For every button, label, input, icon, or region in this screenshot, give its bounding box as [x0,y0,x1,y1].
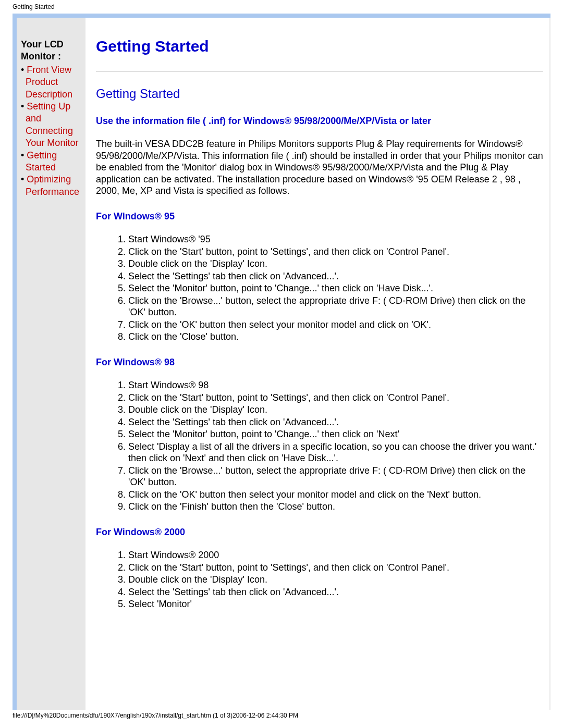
steps-win95: Start Windows® '95 Click on the 'Start' … [96,233,543,343]
step-item: Click on the 'OK' button then select you… [128,319,543,331]
intro-paragraph: The built-in VESA DDC2B feature in Phili… [96,138,543,197]
sub-heading: Use the information file ( .inf) for Win… [96,115,543,127]
step-item: Select 'Monitor' [128,598,543,610]
sidebar-link[interactable]: Optimizing Performance [26,174,79,196]
footer-path: file:///D|/My%20Documents/dfu/190X7/engl… [0,712,563,723]
sidebar-item-getting-started[interactable]: Getting Started [26,150,83,174]
step-item: Click on the 'Close' button. [128,331,543,343]
step-item: Select the 'Settings' tab then click on … [128,270,543,282]
step-item: Start Windows® '95 [128,233,543,245]
step-item: Select the 'Settings' tab then click on … [128,586,543,598]
step-item: Click on the 'Browse...' button, select … [128,465,543,488]
step-item: Click on the 'Start' button, point to 'S… [128,392,543,404]
sidebar-link[interactable]: Setting Up and Connecting Your Monitor [26,101,78,148]
step-item: Select 'Display a list of all the driver… [128,441,543,464]
outer-frame: Your LCD Monitor : Front View Product De… [13,14,550,710]
header-title: Getting Started [0,0,563,14]
os-heading-win98: For Windows® 98 [96,356,543,368]
page-title: Getting Started [96,36,543,56]
step-item: Select the 'Monitor' button, point to 'C… [128,428,543,440]
step-item: Click on the 'OK' button then select you… [128,489,543,501]
main-content: Getting Started Getting Started Use the … [85,18,549,710]
step-item: Double click on the 'Display' Icon. [128,404,543,416]
step-item: Click on the 'Browse...' button, select … [128,295,543,318]
step-item: Select the 'Monitor' button, point to 'C… [128,282,543,294]
sidebar-link[interactable]: Front View Product Description [26,65,72,100]
step-item: Double click on the 'Display' Icon. [128,258,543,270]
os-heading-win95: For Windows® 95 [96,211,543,223]
section-heading: Getting Started [96,86,543,102]
sidebar-link[interactable]: Getting Started [26,150,57,172]
sidebar-title: Your LCD Monitor : [21,39,83,63]
sidebar: Your LCD Monitor : Front View Product De… [17,18,85,198]
step-item: Double click on the 'Display' Icon. [128,574,543,586]
step-item: Click on the 'Start' button, point to 'S… [128,562,543,574]
step-item: Start Windows® 2000 [128,549,543,561]
sidebar-item-front-view[interactable]: Front View Product Description [26,64,83,101]
os-heading-win2000: For Windows® 2000 [96,526,543,538]
steps-win2000: Start Windows® 2000 Click on the 'Start'… [96,549,543,610]
content-area: Your LCD Monitor : Front View Product De… [17,18,550,710]
step-item: Start Windows® 98 [128,379,543,391]
step-item: Click on the 'Finish' button then the 'C… [128,501,543,513]
steps-win98: Start Windows® 98 Click on the 'Start' b… [96,379,543,513]
step-item: Select the 'Settings' tab then click on … [128,416,543,428]
step-item: Click on the 'Start' button, point to 'S… [128,246,543,258]
sidebar-item-optimizing[interactable]: Optimizing Performance [26,174,83,198]
divider [96,71,543,71]
sidebar-item-setting-up[interactable]: Setting Up and Connecting Your Monitor [26,101,83,150]
